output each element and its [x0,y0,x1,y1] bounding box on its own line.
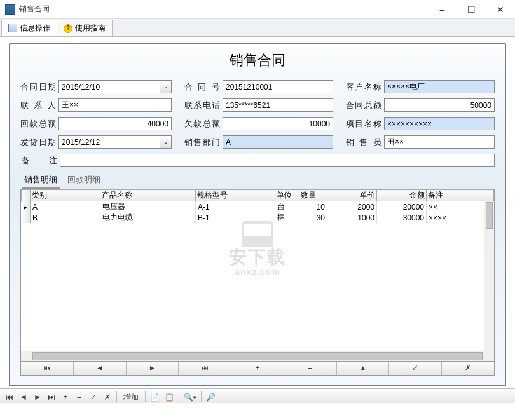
info-icon [8,24,17,32]
customer-field[interactable] [384,80,495,93]
label-sales: 销 售 员 [346,137,381,148]
bottom-copy-icon[interactable]: 📄 [148,390,162,403]
label-contract-date: 合同日期 [20,81,56,93]
col-product-name[interactable]: 产品名称 [100,190,196,201]
maximize-button[interactable]: ☐ [457,0,486,19]
paid-field[interactable] [58,117,172,130]
label-phone: 联系电话 [184,100,220,111]
close-button[interactable]: ✕ [486,0,515,19]
subtab-detail[interactable]: 销售明细 [22,172,60,189]
nav-prev-button[interactable]: ◄ [74,362,127,375]
grid-vertical-scrollbar[interactable] [484,201,494,351]
bottom-delete-button[interactable]: ‒ [72,390,86,403]
bottom-first-button[interactable]: ⏮ [3,390,17,403]
col-qty[interactable]: 数量 [299,190,327,201]
col-category[interactable]: 类别 [31,190,100,201]
label-ship-date: 发货日期 [20,137,56,148]
subtab-payback[interactable]: 回款明细 [65,172,103,189]
label-remarks: 备 注 [22,155,57,166]
contract-date-dropdown-icon[interactable]: ⌄ [160,80,172,93]
bottom-toolbar: ⏮ ◄ ► ⏭ + ‒ ✓ ✗ 增加 📄 📋 🔍▾ 🔎 [0,388,515,403]
total-field[interactable] [384,98,495,112]
bottom-add-text-button[interactable]: 增加 [119,390,143,403]
label-project: 项目名称 [346,118,381,130]
tab-guide-label: 使用指南 [75,23,106,34]
col-price[interactable]: 单价 [327,190,377,201]
app-icon [5,4,15,15]
window-titlebar: 销售合同 ‒ ☐ ✕ [0,0,515,19]
minimize-button[interactable]: ‒ [427,0,457,19]
bottom-cancel-button[interactable]: ✗ [100,390,114,403]
label-customer: 客户名称 [346,81,381,93]
contract-date-field[interactable] [58,80,160,93]
sales-field[interactable] [384,135,495,149]
window-title: 销售合同 [19,4,427,15]
owed-field[interactable] [223,117,333,130]
nav-delete-button[interactable]: ‒ [284,362,337,375]
tab-guide[interactable]: ? 使用指南 [57,20,113,36]
phone-field[interactable] [223,98,333,112]
table-row[interactable]: B 电力电缆 B-1 捆 30 1000 30000 ×××× [22,212,494,223]
col-spec[interactable]: 规格型号 [196,190,275,201]
nav-cancel-button[interactable]: ✗ [442,362,494,375]
label-paid: 回款总额 [20,118,56,130]
label-owed: 欠款总额 [184,118,220,130]
bottom-last-button[interactable]: ⏭ [45,390,58,403]
ship-date-field[interactable] [58,135,160,149]
nav-edit-button[interactable]: ▲ [337,362,390,375]
label-dept: 销售部门 [184,137,220,148]
help-icon: ? [64,24,72,33]
bottom-ok-button[interactable]: ✓ [86,390,100,403]
detail-grid: 类别 产品名称 规格型号 单位 数量 单价 金额 备注 ▸ A 电压器 A-1 … [20,189,495,351]
tab-info[interactable]: 信息操作 [1,20,57,36]
grid-navigator: ⏮ ◄ ► ⏭ + ‒ ▲ ✓ ✗ [20,362,495,376]
remarks-field[interactable] [60,154,495,167]
row-indicator-icon: ▸ [22,201,31,213]
nav-last-button[interactable]: ⏭ [179,362,231,375]
tab-info-label: 信息操作 [20,23,50,34]
dept-field[interactable] [223,135,333,149]
contract-no-field[interactable] [223,80,333,93]
grid-horizontal-scrollbar[interactable] [20,351,495,362]
bottom-next-button[interactable]: ► [31,390,45,403]
label-contact: 联 系 人 [20,100,56,111]
nav-first-button[interactable]: ⏮ [21,362,74,375]
bottom-search-icon[interactable]: 🔍▾ [181,390,199,403]
col-amount[interactable]: 金额 [377,190,427,201]
nav-ok-button[interactable]: ✓ [389,362,442,375]
col-note[interactable]: 备注 [427,190,494,201]
nav-next-button[interactable]: ► [127,362,179,375]
main-panel: 安下载 anxz.com 销售合同 合同日期 ⌄ 合 同 号 客户名称 联 系 … [9,43,506,386]
bottom-prev-button[interactable]: ◄ [17,390,31,403]
bottom-add-button[interactable]: + [58,390,72,403]
bottom-preview-icon[interactable]: 🔎 [203,390,218,403]
label-contract-no: 合 同 号 [184,81,220,93]
label-total: 合同总额 [346,100,381,111]
top-tabbar: 信息操作 ? 使用指南 [0,19,515,37]
table-row[interactable]: ▸ A 电压器 A-1 台 10 2000 20000 ×× [22,201,494,213]
nav-add-button[interactable]: + [231,362,284,375]
page-title: 销售合同 [20,51,495,70]
bottom-paste-icon[interactable]: 📋 [162,390,177,403]
contact-field[interactable] [58,98,172,112]
col-unit[interactable]: 单位 [275,190,299,201]
project-field[interactable] [384,117,495,130]
ship-date-dropdown-icon[interactable]: ⌄ [160,135,172,149]
col-selector[interactable] [22,190,31,201]
